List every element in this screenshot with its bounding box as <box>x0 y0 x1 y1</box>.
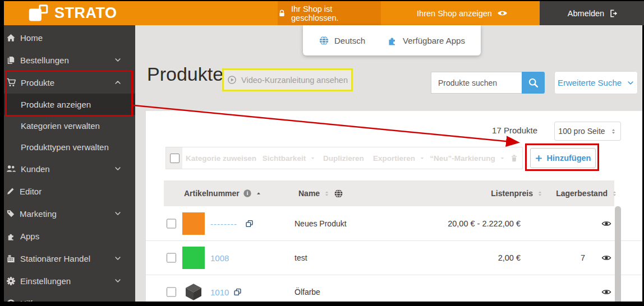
sidebar-item-apps[interactable]: Apps <box>4 225 135 247</box>
select-all-checkbox[interactable] <box>170 154 180 163</box>
product-number-link[interactable]: 1008 <box>210 253 229 262</box>
chevron-down-icon <box>114 254 122 262</box>
trash-icon <box>510 154 518 163</box>
product-name: Neues Produkt <box>295 219 347 228</box>
logout-label: Abmelden <box>568 9 604 18</box>
product-name: test <box>295 253 307 262</box>
copy-icon[interactable] <box>233 288 242 296</box>
sort-icon[interactable] <box>611 190 618 197</box>
toolbar-button-label: Sichtbarkeit <box>263 154 306 163</box>
sidebar-item-label: Marketing <box>20 209 57 219</box>
row-checkbox[interactable] <box>167 287 176 296</box>
sort-icon[interactable] <box>536 190 544 197</box>
brand-name: STRATO <box>54 4 117 22</box>
sidebar-item-bestellungen[interactable]: Bestellungen <box>4 49 135 71</box>
strato-logo[interactable]: STRATO <box>27 1 117 25</box>
product-thumbnail-green[interactable] <box>182 247 205 269</box>
package-icon[interactable] <box>184 282 203 302</box>
sidebar-item-produkte[interactable]: Produkte <box>4 71 135 94</box>
sidebar-nav: Home Bestellungen Produkte Produkte anze… <box>4 25 135 302</box>
strato-logo-icon <box>27 4 50 22</box>
toolbar-button-label: “Neu”-Markierung <box>430 154 495 163</box>
info-icon[interactable] <box>243 189 252 198</box>
sidebar-item-marketing[interactable]: Marketing <box>4 202 135 225</box>
search-icon <box>528 77 539 88</box>
column-header-listenpreis[interactable]: Listenpreis <box>475 180 544 206</box>
select-all-checkbox-cell <box>165 147 183 169</box>
sidebar-item-label: Hilfe <box>20 299 37 302</box>
product-name: Ölfarbe <box>295 288 320 296</box>
product-number-link[interactable]: 1010 <box>210 287 229 296</box>
sidebar-item-label: Home <box>20 33 43 43</box>
visibility-eye-icon[interactable] <box>601 287 611 297</box>
toolbar-button-label: Duplizieren <box>323 154 364 163</box>
tag-icon <box>6 209 15 218</box>
puzzle-icon <box>6 231 16 241</box>
duplicate-button[interactable]: Duplizieren <box>319 147 369 169</box>
product-list-panel: 17 Produkte 100 pro Seite Kategorie zuwe… <box>146 111 642 302</box>
table-row: 1008 test 2,00 € 7 <box>146 240 642 275</box>
caret-down-icon <box>419 155 425 161</box>
product-number-link[interactable]: -------- <box>210 219 237 228</box>
view-shop-label: Ihren Shop anzeigen <box>417 9 492 18</box>
sidebar-item-produkttypen-verwalten[interactable]: Produkttypen verwalten <box>4 136 135 157</box>
visibility-eye-icon[interactable] <box>601 219 611 229</box>
sort-icon[interactable] <box>323 190 330 197</box>
sidebar-item-kunden[interactable]: Kunden <box>4 157 135 180</box>
pencil-icon <box>6 187 15 196</box>
search-input[interactable] <box>431 72 522 94</box>
panel-scrollbar[interactable] <box>615 206 621 302</box>
sidebar-item-label: Kunden <box>21 164 50 174</box>
column-label: Lagerbestand <box>556 189 608 198</box>
toolbar-button-label: Exportieren <box>373 154 415 163</box>
sidebar-item-label: Produkte anzeigen <box>21 100 91 109</box>
advanced-search-button[interactable]: Erweiterte Suche <box>554 71 638 94</box>
sidebar-item-hilfe[interactable]: Hilfe <box>4 292 135 302</box>
row-checkbox[interactable] <box>167 253 176 262</box>
sidebar-item-label: Produkttypen verwalten <box>21 142 109 152</box>
chevron-down-icon <box>114 210 122 217</box>
sidebar-item-einstellungen[interactable]: Einstellungen <box>4 270 135 292</box>
search-button[interactable] <box>522 72 545 94</box>
sort-asc-icon[interactable] <box>255 190 262 197</box>
column-header-artikelnummer[interactable]: Artikelnummer <box>184 180 262 206</box>
language-menu-item[interactable]: Deutsch <box>319 35 365 46</box>
sidebar-item-editor[interactable]: Editor <box>4 180 135 202</box>
sidebar-item-label: Produkte <box>21 78 54 87</box>
visibility-eye-icon[interactable] <box>601 253 611 263</box>
sidebar-item-kategorien-verwalten[interactable]: Kategorien verwalten <box>4 115 135 136</box>
add-product-label: Hinzufügen <box>547 154 591 163</box>
delete-button[interactable] <box>505 147 523 169</box>
column-header-name[interactable]: Name <box>298 180 343 206</box>
product-count: 17 Produkte <box>492 126 537 135</box>
toolbar-button-label: Kategorie zuweisen <box>186 154 256 163</box>
available-apps-menu-item[interactable]: Verfügbare Apps <box>387 35 465 46</box>
chevron-down-icon <box>114 277 122 285</box>
caret-down-icon <box>499 155 505 161</box>
chevron-down-icon <box>114 56 122 64</box>
stepper-icon <box>610 128 617 135</box>
video-tutorial-link[interactable]: Video-Kurzanleitung ansehen <box>222 68 353 91</box>
sidebar-item-stationaerer-handel[interactable]: Stationärer Handel <box>4 247 135 270</box>
column-header-lagerbestand[interactable]: Lagerbestand <box>550 180 618 206</box>
shop-menu-dropdown: Deutsch Verfügbare Apps <box>303 25 481 55</box>
sidebar-item-label: Editor <box>20 187 42 196</box>
sidebar-item-label: Stationärer Handel <box>20 254 90 263</box>
add-product-button[interactable]: Hinzufügen <box>530 148 596 168</box>
row-checkbox[interactable] <box>167 219 176 228</box>
globe-icon <box>319 35 329 46</box>
sidebar-item-home[interactable]: Home <box>4 26 135 49</box>
new-flag-button[interactable]: “Neu”-Markierung <box>430 147 506 169</box>
column-label: Name <box>298 189 320 198</box>
logout-button[interactable]: Abmelden <box>540 1 644 25</box>
sidebar-item-produkte-anzeigen[interactable]: Produkte anzeigen <box>4 94 135 115</box>
export-button[interactable]: Exportieren <box>369 147 430 169</box>
assign-category-button[interactable]: Kategorie zuweisen <box>182 147 260 169</box>
gear-icon <box>6 276 16 286</box>
product-thumbnail-orange[interactable] <box>182 212 205 235</box>
per-page-select[interactable]: 100 pro Seite <box>554 122 621 141</box>
visibility-button[interactable]: Sichtbarkeit <box>260 147 319 169</box>
copy-icon[interactable] <box>245 219 254 228</box>
shop-closed-status[interactable]: Ihr Shop ist geschlossen. <box>278 1 381 25</box>
view-shop-button[interactable]: Ihren Shop anzeigen <box>381 1 544 25</box>
